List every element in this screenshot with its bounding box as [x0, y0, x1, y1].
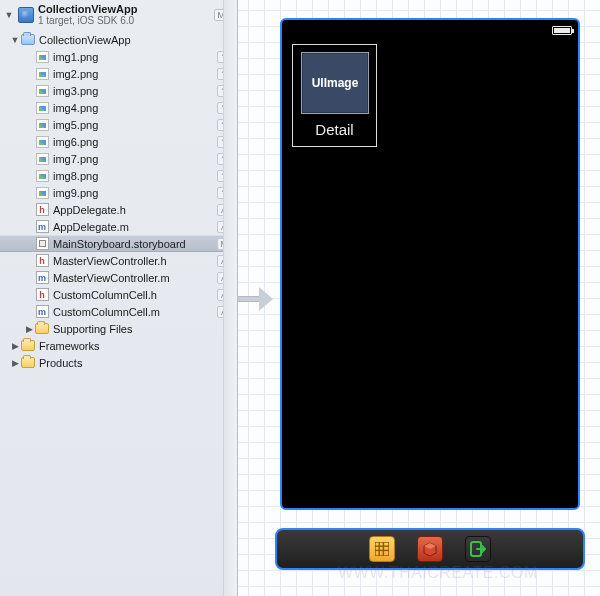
storyboard-canvas[interactable]: UIImage Detail WWW.THAICREATE.COM [238, 0, 600, 596]
tree-group-row[interactable]: ▼ CollectionViewApp [0, 31, 237, 48]
folder-icon [21, 357, 35, 368]
tree-item-label: img9.png [53, 187, 217, 199]
tree-item-label: img6.png [53, 136, 217, 148]
disclosure-triangle-icon[interactable]: ▶ [10, 341, 20, 351]
tree-item-label: img8.png [53, 170, 217, 182]
tree-item-label: img5.png [53, 119, 217, 131]
impl-file-icon: m [36, 271, 49, 284]
project-subtitle: 1 target, iOS SDK 6.0 [38, 15, 210, 27]
view-controller-scene[interactable]: UIImage Detail [280, 18, 580, 510]
project-navigator: ▼ CollectionViewApp 1 target, iOS SDK 6.… [0, 0, 238, 596]
disclosure-triangle-icon[interactable]: ▶ [24, 324, 34, 334]
image-file-icon [36, 153, 49, 165]
uiimageview-placeholder[interactable]: UIImage [301, 52, 369, 114]
tree-item-label: CustomColumnCell.h [53, 289, 217, 301]
first-responder-dock-icon[interactable] [417, 536, 443, 562]
tree-item-label: img3.png [53, 85, 217, 97]
tree-item-label: MasterViewController.h [53, 255, 217, 267]
tree-item-label: CustomColumnCell.m [53, 306, 217, 318]
image-file-icon [36, 68, 49, 80]
image-file-icon [36, 85, 49, 97]
tree-file-row[interactable]: mCustomColumnCell.mA [0, 303, 237, 320]
project-title: CollectionViewApp [38, 3, 210, 15]
tree-group-row[interactable]: ▶ Frameworks [0, 337, 237, 354]
tree-item-label: Products [39, 357, 231, 369]
tree-file-row[interactable]: img9.png? [0, 184, 237, 201]
tree-item-label: img1.png [53, 51, 217, 63]
project-header-row[interactable]: ▼ CollectionViewApp 1 target, iOS SDK 6.… [0, 0, 237, 29]
impl-file-icon: m [36, 220, 49, 233]
impl-file-icon: m [36, 305, 49, 318]
disclosure-triangle-icon[interactable]: ▼ [10, 35, 20, 45]
tree-file-row[interactable]: hMasterViewController.hA [0, 252, 237, 269]
folder-icon [21, 34, 35, 45]
tree-file-row[interactable]: hAppDelegate.hA [0, 201, 237, 218]
folder-icon [21, 340, 35, 351]
storyboard-file-icon [36, 237, 49, 250]
tree-file-row[interactable]: img1.png? [0, 48, 237, 65]
tree-file-row[interactable]: img7.png? [0, 150, 237, 167]
tree-item-label: Supporting Files [53, 323, 231, 335]
header-file-icon: h [36, 254, 49, 267]
tree-item-label: img7.png [53, 153, 217, 165]
tree-file-row[interactable]: img6.png? [0, 133, 237, 150]
view-controller-dock-icon[interactable] [369, 536, 395, 562]
tree-file-row[interactable]: mMasterViewController.mA [0, 269, 237, 286]
tree-file-row[interactable]: mAppDelegate.mA [0, 218, 237, 235]
tree-file-row[interactable]: img3.png? [0, 82, 237, 99]
disclosure-triangle-icon[interactable]: ▶ [10, 358, 20, 368]
status-bar [288, 24, 572, 36]
image-file-icon [36, 102, 49, 114]
xcode-project-icon [18, 7, 34, 23]
tree-file-row[interactable]: img5.png? [0, 116, 237, 133]
tree-file-row[interactable]: img4.png? [0, 99, 237, 116]
tree-item-label: img4.png [53, 102, 217, 114]
tree-file-row[interactable]: img2.png? [0, 65, 237, 82]
tree-group-row[interactable]: ▶ Supporting Files [0, 320, 237, 337]
cell-detail-label[interactable]: Detail [293, 121, 376, 138]
tree-file-row-selected[interactable]: MainStoryboard.storyboardM [0, 235, 237, 252]
folder-icon [35, 323, 49, 334]
image-file-icon [36, 51, 49, 63]
tree-item-label: CollectionViewApp [39, 34, 231, 46]
tree-item-label: img2.png [53, 68, 217, 80]
tree-file-row[interactable]: hCustomColumnCell.hA [0, 286, 237, 303]
initial-scene-arrow-icon[interactable] [238, 286, 273, 312]
tree-file-row[interactable]: img8.png? [0, 167, 237, 184]
tree-item-label: AppDelegate.m [53, 221, 217, 233]
collection-view-cell[interactable]: UIImage Detail [292, 44, 377, 147]
image-file-icon [36, 187, 49, 199]
disclosure-triangle-icon[interactable]: ▼ [4, 10, 14, 20]
file-tree: ▼ CollectionViewApp img1.png?img2.png?im… [0, 29, 237, 379]
svg-rect-0 [375, 542, 389, 556]
watermark-text: WWW.THAICREATE.COM [338, 564, 538, 582]
image-file-icon [36, 119, 49, 131]
tree-item-label: MasterViewController.m [53, 272, 217, 284]
navigator-scrollbar[interactable] [223, 0, 237, 596]
tree-item-label: AppDelegate.h [53, 204, 217, 216]
exit-dock-icon[interactable] [465, 536, 491, 562]
image-file-icon [36, 136, 49, 148]
tree-item-label: Frameworks [39, 340, 231, 352]
tree-item-label: MainStoryboard.storyboard [53, 238, 217, 250]
image-file-icon [36, 170, 49, 182]
header-file-icon: h [36, 203, 49, 216]
battery-icon [552, 26, 572, 35]
header-file-icon: h [36, 288, 49, 301]
tree-group-row[interactable]: ▶ Products [0, 354, 237, 371]
